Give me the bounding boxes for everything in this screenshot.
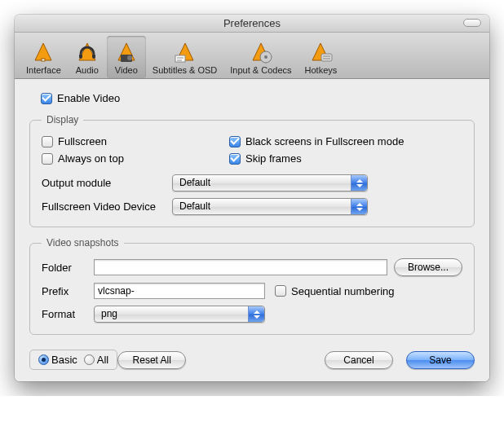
svg-point-7 — [127, 55, 132, 60]
output-module-label: Output module — [42, 177, 172, 189]
svg-rect-4 — [92, 54, 95, 59]
enable-video-row: Enable Video — [41, 92, 475, 104]
format-label: Format — [42, 308, 87, 320]
content-area: Enable Video Display Fullscreen Black sc… — [15, 79, 489, 381]
format-select[interactable]: png — [94, 306, 265, 323]
skip-frames-option[interactable]: Skip frames — [229, 152, 462, 165]
always-on-top-label: Always on top — [58, 152, 124, 165]
fullscreen-device-label: Fullscreen Video Device — [42, 200, 172, 213]
basic-label: Basic — [51, 354, 77, 366]
audio-icon — [74, 39, 100, 65]
mode-basic[interactable]: Basic — [38, 354, 77, 366]
select-arrows-icon — [351, 199, 367, 214]
black-screens-label: Black screens in Fullscreen mode — [245, 135, 404, 147]
codecs-icon — [248, 39, 274, 65]
tab-label: Input & Codecs — [230, 65, 291, 75]
footer: Basic All Reset All Cancel Save — [29, 350, 475, 370]
fullscreen-device-select[interactable]: Default — [172, 198, 368, 215]
snapshots-group: Video snapshots Folder Browse... Prefix … — [29, 237, 475, 335]
fullscreen-checkbox[interactable] — [42, 136, 53, 147]
tab-hotkeys[interactable]: Hotkeys — [298, 36, 344, 78]
svg-marker-0 — [35, 43, 51, 60]
svg-rect-1 — [42, 59, 45, 61]
tab-label: Hotkeys — [305, 65, 338, 75]
all-radio[interactable] — [84, 354, 95, 365]
tab-audio[interactable]: Audio — [68, 36, 107, 78]
fullscreen-option[interactable]: Fullscreen — [42, 135, 229, 147]
black-screens-option[interactable]: Black screens in Fullscreen mode — [229, 135, 462, 147]
svg-rect-16 — [321, 54, 332, 61]
tab-input-codecs[interactable]: Input & Codecs — [223, 36, 298, 78]
window-pill-button[interactable] — [463, 19, 481, 27]
always-on-top-option[interactable]: Always on top — [42, 152, 229, 165]
browse-button[interactable]: Browse... — [394, 258, 462, 276]
save-button[interactable]: Save — [406, 351, 475, 369]
always-on-top-checkbox[interactable] — [42, 153, 53, 165]
enable-video-checkbox[interactable] — [41, 93, 52, 104]
folder-label: Folder — [42, 262, 87, 274]
skip-frames-checkbox[interactable] — [229, 153, 241, 165]
svg-rect-9 — [175, 55, 185, 62]
snapshots-legend: Video snapshots — [42, 237, 124, 249]
format-value: png — [101, 308, 117, 319]
output-module-select[interactable]: Default — [172, 174, 368, 191]
preferences-window: Preferences Interface Audio Video Subtit… — [15, 15, 489, 381]
tab-interface[interactable]: Interface — [20, 36, 68, 78]
tab-label: Subtitles & OSD — [153, 65, 217, 75]
cancel-button[interactable]: Cancel — [325, 351, 393, 369]
svg-rect-3 — [79, 54, 82, 59]
titlebar: Preferences — [15, 15, 489, 33]
svg-point-14 — [264, 55, 267, 59]
basic-radio[interactable] — [38, 354, 49, 365]
tab-subtitles-osd[interactable]: Subtitles & OSD — [146, 36, 223, 78]
fullscreen-device-value: Default — [179, 200, 210, 212]
tab-label: Video — [115, 65, 138, 75]
tab-video[interactable]: Video — [107, 36, 146, 78]
mode-all[interactable]: All — [84, 354, 108, 366]
display-legend: Display — [42, 114, 83, 125]
prefix-label: Prefix — [42, 285, 87, 297]
interface-icon — [30, 39, 56, 65]
sequential-option[interactable]: Sequential numbering — [275, 285, 394, 297]
select-arrows-icon — [248, 306, 264, 322]
display-group: Display Fullscreen Black screens in Full… — [29, 114, 475, 227]
prefix-input[interactable] — [94, 283, 265, 299]
skip-frames-label: Skip frames — [245, 152, 302, 165]
video-icon — [113, 39, 139, 65]
folder-input[interactable] — [94, 259, 387, 275]
sequential-checkbox[interactable] — [275, 285, 286, 297]
black-screens-checkbox[interactable] — [229, 136, 241, 147]
reset-all-button[interactable]: Reset All — [117, 351, 186, 369]
subtitles-icon — [172, 39, 198, 65]
output-module-value: Default — [179, 177, 210, 188]
toolbar: Interface Audio Video Subtitles & OSD In… — [15, 33, 489, 79]
tab-label: Interface — [26, 65, 61, 75]
select-arrows-icon — [351, 175, 367, 191]
all-label: All — [97, 354, 108, 366]
mode-toggle: Basic All — [29, 350, 117, 370]
hotkeys-icon — [307, 39, 334, 65]
sequential-label: Sequential numbering — [291, 285, 394, 297]
tab-label: Audio — [76, 65, 99, 75]
window-title: Preferences — [223, 17, 281, 29]
fullscreen-label: Fullscreen — [58, 135, 107, 147]
enable-video-label: Enable Video — [57, 92, 120, 104]
